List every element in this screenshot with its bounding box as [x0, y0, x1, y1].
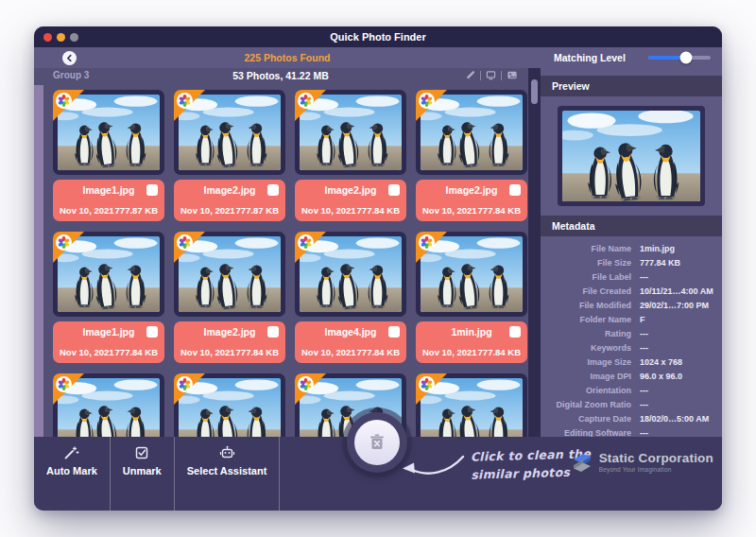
photo-size: 777.87 KB: [115, 205, 158, 216]
photo-checkbox[interactable]: [388, 326, 400, 338]
photo-size: 777.87 KB: [236, 205, 279, 216]
penguin-photo: [58, 378, 160, 437]
photo-card[interactable]: [53, 373, 164, 437]
metadata-row: Editing Software ---: [541, 425, 722, 437]
metadata-row: File Modified 29/02/1…7:00 PM: [541, 298, 722, 312]
image-icon[interactable]: [507, 70, 518, 80]
penguin-photo: [58, 95, 160, 170]
clean-photos-button-face: [354, 420, 400, 465]
app-title: Quick Photo Finder: [34, 31, 722, 43]
metadata-label: Capture Date: [541, 414, 631, 424]
auto-mark-button[interactable]: Auto Mark: [34, 437, 111, 511]
metadata-label: File Label: [541, 272, 631, 282]
divider: [480, 71, 481, 80]
photos-pinwheel-icon: [298, 376, 314, 392]
photo-checkbox[interactable]: [509, 326, 521, 338]
matching-level-slider[interactable]: [648, 56, 711, 60]
metadata-section-header: Metadata: [541, 216, 722, 236]
photo-card[interactable]: [416, 373, 527, 437]
photo-thumbnail[interactable]: [416, 90, 527, 175]
minimize-button[interactable]: [57, 33, 65, 42]
auto-mark-label: Auto Mark: [46, 465, 97, 476]
preview-image: [562, 111, 700, 201]
metadata-label: File Name: [541, 244, 631, 253]
metadata-row: File Name 1min.jpg: [541, 241, 722, 255]
close-button[interactable]: [43, 33, 52, 42]
trash-icon: [367, 432, 387, 453]
photo-thumbnail[interactable]: [53, 373, 164, 437]
photo-label: 1min.jpg Nov 10, 2021 777.84 KB: [416, 321, 527, 363]
photo-thumbnail[interactable]: [416, 232, 527, 317]
brand-name: Static Corporation: [599, 451, 713, 465]
photo-card[interactable]: Image2.jpg Nov 10, 2021 777.84 KB: [416, 90, 527, 221]
metadata-value: ---: [640, 272, 648, 282]
photo-card[interactable]: Image2.jpg Nov 10, 2021 777.87 KB: [174, 90, 285, 221]
photo-filename: Image2.jpg: [180, 184, 267, 196]
unmark-button[interactable]: Unmark: [111, 437, 175, 511]
photo-card[interactable]: Image2.jpg Nov 10, 2021 777.84 KB: [174, 232, 285, 363]
vertical-scrollbar[interactable]: [528, 68, 541, 437]
sidebar: Preview Metadata File Name 1min.jpg File…: [541, 68, 722, 437]
photo-checkbox[interactable]: [267, 326, 279, 338]
photo-size: 777.84 KB: [357, 347, 400, 357]
preview-area: [541, 96, 722, 216]
photo-checkbox[interactable]: [146, 326, 158, 338]
wand-icon: [63, 445, 79, 460]
photo-date: Nov 10, 2021: [180, 205, 235, 216]
photo-thumbnail[interactable]: [295, 90, 406, 175]
select-assistant-button[interactable]: Select Assistant: [175, 437, 281, 511]
photo-group-pane: Group 3 53 Photos, 41.22 MB: [34, 68, 541, 437]
metadata-value: 29/02/1…7:00 PM: [640, 301, 709, 310]
screen-icon[interactable]: [486, 70, 496, 80]
photo-card[interactable]: Image2.jpg Nov 10, 2021 777.84 KB: [295, 90, 406, 221]
metadata-value: F: [640, 315, 645, 324]
divider: [501, 71, 502, 80]
zoom-button[interactable]: [70, 33, 78, 42]
matching-level-label: Matching Level: [554, 52, 641, 63]
photo-grid: Image1.jpg Nov 10, 2021 777.87 KB Image2…: [53, 90, 527, 437]
photo-card[interactable]: Image1.jpg Nov 10, 2021 777.84 KB: [53, 232, 164, 363]
photos-pinwheel-icon: [419, 93, 435, 109]
photo-label: Image4.jpg Nov 10, 2021 777.84 KB: [295, 321, 406, 363]
photo-thumbnail[interactable]: [174, 232, 285, 317]
header-strip: 225 Photos Found Matching Level: [34, 47, 722, 68]
photo-thumbnail[interactable]: [174, 373, 285, 437]
photo-checkbox[interactable]: [146, 184, 158, 196]
metadata-row: Image Size 1024 x 768: [541, 355, 722, 369]
photos-pinwheel-icon: [177, 234, 193, 251]
photo-thumbnail[interactable]: [416, 373, 527, 437]
photo-thumbnail[interactable]: [53, 232, 164, 317]
photo-filename: Image2.jpg: [180, 326, 267, 338]
left-accent-band: [34, 85, 43, 437]
metadata-label: Rating: [541, 329, 631, 338]
titlebar: Quick Photo Finder: [34, 26, 722, 47]
penguin-photo: [421, 236, 523, 312]
photo-thumbnail[interactable]: [174, 90, 285, 175]
photo-date: Nov 10, 2021: [422, 347, 477, 357]
photo-thumbnail[interactable]: [295, 232, 406, 317]
photo-checkbox[interactable]: [267, 184, 279, 196]
metadata-list: File Name 1min.jpg File Size 777.84 KB F…: [541, 236, 722, 437]
photo-thumbnail[interactable]: [53, 90, 164, 175]
slider-knob[interactable]: [679, 52, 692, 64]
penguin-photo: [300, 236, 402, 312]
photo-date: Nov 10, 2021: [422, 205, 477, 216]
brush-icon[interactable]: [465, 70, 475, 80]
metadata-row: File Label ---: [541, 269, 722, 284]
photo-card[interactable]: Image1.jpg Nov 10, 2021 777.87 KB: [53, 90, 164, 221]
metadata-value: ---: [640, 400, 648, 409]
photo-checkbox[interactable]: [509, 184, 521, 196]
metadata-value: 10/11/21…4:00 AM: [640, 286, 713, 296]
photo-card[interactable]: Image4.jpg Nov 10, 2021 777.84 KB: [295, 232, 406, 363]
photo-label: Image2.jpg Nov 10, 2021 777.87 KB: [174, 180, 285, 221]
scrollbar-thumb[interactable]: [531, 79, 538, 104]
matching-level-row: Matching Level: [541, 47, 722, 68]
curved-arrow-icon: [399, 454, 467, 480]
unmark-icon: [134, 445, 149, 460]
photo-checkbox[interactable]: [388, 184, 400, 196]
metadata-row: Folder Name F: [541, 312, 722, 326]
photo-card[interactable]: 1min.jpg Nov 10, 2021 777.84 KB: [416, 232, 527, 363]
metadata-value: ---: [640, 329, 648, 338]
photo-card[interactable]: [174, 373, 285, 437]
photo-filename: Image1.jpg: [60, 326, 146, 338]
